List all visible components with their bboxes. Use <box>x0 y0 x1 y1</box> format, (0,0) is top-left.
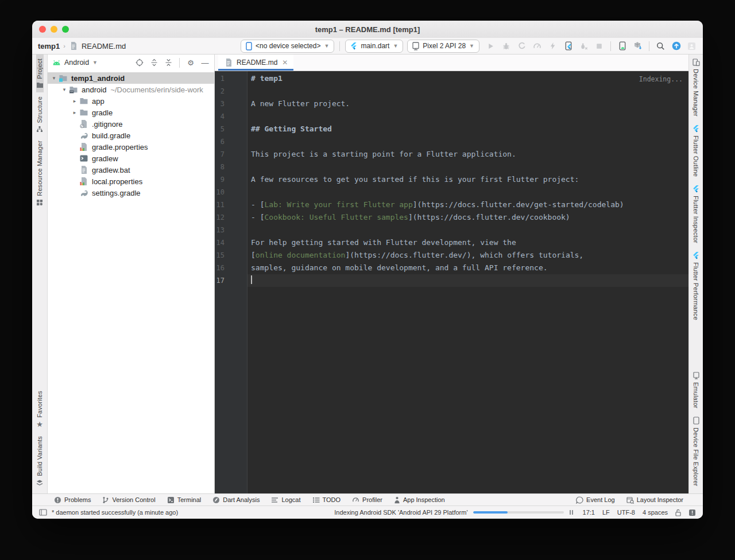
profile-avatar-button[interactable] <box>686 41 697 52</box>
tree-item-gradle-properties[interactable]: gradle.properties <box>48 141 214 153</box>
editor-line-15[interactable]: 15[online documentation](https://docs.fl… <box>215 249 688 262</box>
zoom-window-button[interactable] <box>62 26 69 33</box>
pause-icon[interactable] <box>569 510 574 515</box>
tree-item-gradlew[interactable]: gradlew <box>48 153 214 164</box>
editor-line-2[interactable]: 2 <box>215 85 688 98</box>
tree-item-settings-gradle[interactable]: settings.gradle <box>48 187 214 199</box>
target-device-dropdown[interactable]: Pixel 2 API 28 ▼ <box>407 40 479 53</box>
tree-item-app[interactable]: ▸app <box>48 95 214 107</box>
tab-readme[interactable]: README.md ✕ <box>218 55 293 71</box>
tool-window-button-version-control[interactable]: Version Control <box>102 496 155 504</box>
editor-line-13[interactable]: 13 <box>215 224 688 236</box>
run-button[interactable] <box>485 41 496 52</box>
locate-file-button[interactable] <box>135 58 144 67</box>
editor-line-11[interactable]: 11- [Lab: Write your first Flutter app](… <box>215 199 688 211</box>
expand-all-button[interactable] <box>149 58 158 67</box>
editor-line-1[interactable]: 1# temp1 <box>215 72 688 85</box>
lock-icon[interactable] <box>675 509 681 516</box>
tool-window-button-dart-analysis[interactable]: Dart Analysis <box>212 496 260 504</box>
breadcrumb-file[interactable]: README.md <box>82 42 126 50</box>
stop-debug-button[interactable] <box>578 41 589 52</box>
tool-window-button-problems[interactable]: Problems <box>54 496 91 504</box>
flutter-icon <box>693 125 699 133</box>
tool-window-button-event-log[interactable]: Event Log <box>576 496 615 504</box>
line-ending[interactable]: LF <box>602 509 610 516</box>
tool-stripe-button-build-variants[interactable]: Build Variants <box>36 432 43 490</box>
editor-line-9[interactable]: 9A few resources to get you started if t… <box>215 173 688 186</box>
encoding[interactable]: UTF-8 <box>617 509 635 516</box>
editor-line-6[interactable]: 6 <box>215 135 688 148</box>
tool-stripe-button-favorites[interactable]: Favorites★ <box>36 387 43 432</box>
tree-item--gitignore[interactable]: .gitignore <box>48 118 214 130</box>
apply-changes-button[interactable] <box>547 41 558 52</box>
run-config-dropdown[interactable]: main.dart ▼ <box>345 40 403 53</box>
search-everywhere-button[interactable] <box>655 41 666 52</box>
module-folder-icon <box>59 73 68 83</box>
hide-panel-button[interactable]: — <box>200 58 210 67</box>
chevron-down-icon[interactable]: ▾ <box>49 75 59 81</box>
tree-item-gradlew-bat[interactable]: gradlew.bat <box>48 164 214 176</box>
line-number: 10 <box>215 186 247 199</box>
tree-item-temp1-android[interactable]: ▾temp1_android <box>48 72 214 84</box>
close-window-button[interactable] <box>39 26 46 33</box>
editor-line-17[interactable]: 17 <box>215 274 688 287</box>
tool-window-button-todo[interactable]: TODO <box>312 496 341 503</box>
line-number: 14 <box>215 236 247 249</box>
editor-line-12[interactable]: 12- [Cookbook: Useful Flutter samples](h… <box>215 211 688 224</box>
tool-window-button-profiler[interactable]: Profiler <box>352 496 382 503</box>
dart-icon <box>212 496 220 504</box>
tool-window-button-app-inspection[interactable]: App Inspection <box>394 496 445 504</box>
tree-item-build-gradle[interactable]: build.gradle <box>48 130 214 141</box>
editor-body[interactable]: Indexing... 1# temp123A new Flutter proj… <box>215 71 688 493</box>
caret-position[interactable]: 17:1 <box>583 509 595 516</box>
editor-line-8[interactable]: 8 <box>215 161 688 173</box>
breadcrumb-project[interactable]: temp1 <box>38 42 60 50</box>
profiler-icon <box>352 496 359 503</box>
editor-line-10[interactable]: 10 <box>215 186 688 199</box>
tree-item-android[interactable]: ▾android~/Documents/erin/side-work <box>48 84 214 95</box>
toolbar-cluster: <no device selected> ▼ main.dart ▼ Pixel… <box>241 40 697 53</box>
chevron-down-icon[interactable]: ▾ <box>60 87 69 92</box>
flutter-attach-button[interactable] <box>563 41 574 52</box>
editor-line-5[interactable]: 5## Getting Started <box>215 123 688 135</box>
tool-stripe-button-emulator[interactable]: Emulator <box>693 368 700 413</box>
project-view-mode[interactable]: Android <box>64 59 89 67</box>
tool-stripe-button-structure[interactable]: Structure <box>36 92 44 137</box>
tool-stripe-button-device-file-explorer[interactable]: Device File Explorer <box>693 413 700 490</box>
tool-stripe-label: Build Variants <box>36 436 43 476</box>
lightning-icon <box>550 42 556 50</box>
sdk-manager-button[interactable] <box>632 41 643 52</box>
editor-line-16[interactable]: 16samples, guidance on mobile developmen… <box>215 262 688 274</box>
chevron-right-icon[interactable]: ▸ <box>70 110 79 115</box>
minimize-window-button[interactable] <box>51 26 57 33</box>
editor-line-4[interactable]: 4 <box>215 110 688 123</box>
updates-button[interactable] <box>671 41 682 52</box>
tool-stripe-button-flutter-performance[interactable]: Flutter Performance <box>693 247 700 324</box>
notifications-icon[interactable] <box>688 509 696 516</box>
tool-stripe-button-device-manager[interactable]: Device Manager <box>693 55 700 120</box>
tool-stripe-button-resource-manager[interactable]: Resource Manager <box>36 137 44 210</box>
device-manager-button[interactable] <box>617 41 628 52</box>
editor-line-14[interactable]: 14For help getting started with Flutter … <box>215 236 688 249</box>
editor-line-3[interactable]: 3A new Flutter project. <box>215 98 688 110</box>
stop-button[interactable] <box>594 41 605 52</box>
tool-window-button-terminal[interactable]: Terminal <box>167 496 202 504</box>
performance-profiler-button[interactable] <box>532 41 543 52</box>
profile-app-button[interactable] <box>516 41 527 52</box>
editor-line-7[interactable]: 7This project is a starting point for a … <box>215 148 688 161</box>
tree-item-gradle[interactable]: ▸gradle <box>48 107 214 118</box>
chevron-right-icon[interactable]: ▸ <box>70 98 79 104</box>
tool-stripe-button-project[interactable]: Project <box>36 55 44 92</box>
tool-window-toggle-icon[interactable] <box>39 509 47 516</box>
debug-button[interactable] <box>501 41 512 52</box>
settings-gear-icon[interactable]: ⚙ <box>186 58 195 67</box>
tool-window-button-layout-inspector[interactable]: Layout Inspector <box>626 496 683 504</box>
indent-setting[interactable]: 4 spaces <box>643 509 668 516</box>
tool-stripe-button-flutter-inspector[interactable]: Flutter Inspector <box>693 181 700 247</box>
tool-window-button-logcat[interactable]: Logcat <box>271 496 300 503</box>
tree-item-local-properties[interactable]: local.properties <box>48 176 214 187</box>
tool-stripe-button-flutter-outline[interactable]: Flutter Outline <box>693 120 700 181</box>
close-tab-icon[interactable]: ✕ <box>282 59 288 67</box>
device-selector-dropdown[interactable]: <no device selected> ▼ <box>241 40 334 53</box>
collapse-all-button[interactable] <box>164 58 173 67</box>
